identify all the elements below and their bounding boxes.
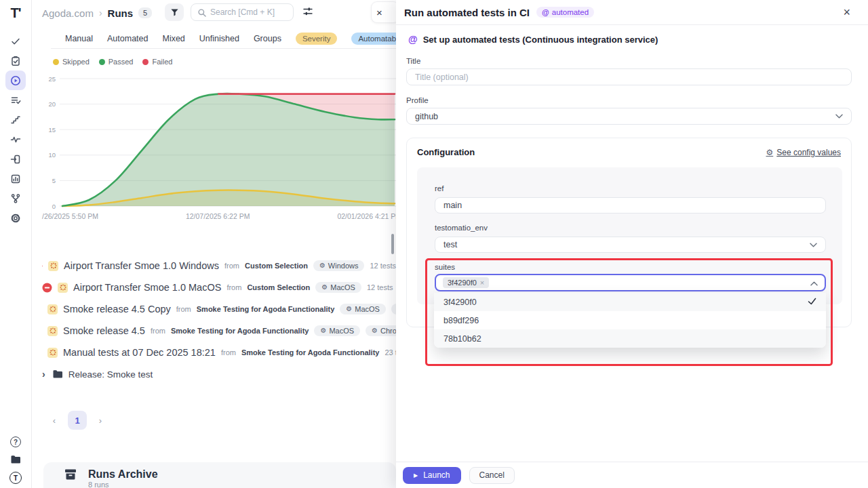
vertical-scrollbar[interactable] <box>391 234 394 254</box>
tab-severity[interactable]: Severity <box>296 33 338 45</box>
launch-button[interactable]: ▶ Launch <box>403 467 461 484</box>
chevron-right-icon[interactable]: › <box>42 369 45 380</box>
runs-archive-bar[interactable]: Runs Archive 8 runs <box>43 462 396 488</box>
run-title[interactable]: Smoke release 4.5 Copy <box>63 304 171 314</box>
clipboard-check-icon <box>10 56 21 66</box>
suite-tag: 3f4290f0× <box>443 277 489 288</box>
remove-tag-icon[interactable]: × <box>480 279 484 287</box>
run-group-row[interactable]: › Release: Smoke test <box>42 363 396 385</box>
sidebar-item-check[interactable] <box>5 31 26 51</box>
run-row[interactable]: Smoke release 4.5 Copy from Smoke Testin… <box>42 298 396 320</box>
title-input[interactable] <box>406 68 852 85</box>
play-circle-icon <box>10 75 21 86</box>
see-config-values-link[interactable]: ⚙See config values <box>766 148 842 157</box>
run-tests-count: 12 tests <box>367 283 393 291</box>
sidebar-item-steps[interactable] <box>5 110 26 129</box>
tab-automated[interactable]: Automated <box>107 34 148 43</box>
breadcrumb-page[interactable]: Runs <box>108 7 134 19</box>
sidebar-item-activity[interactable] <box>5 129 26 149</box>
dropdown-option-selected[interactable]: 3f4290f0 <box>434 293 826 311</box>
tab-unfinished[interactable]: Unfinished <box>199 34 239 43</box>
tab-manual[interactable]: Manual <box>65 34 93 43</box>
sidebar-item-branches[interactable] <box>5 188 26 208</box>
dropdown-option[interactable]: 78b10b62 <box>434 329 826 348</box>
projects-folder-icon[interactable] <box>10 455 21 464</box>
sidebar-nav <box>0 31 31 228</box>
analytics-icon <box>10 174 21 184</box>
legend-skipped: Skipped <box>53 58 90 66</box>
list-check-icon <box>10 95 21 106</box>
gear-icon: ⚙ <box>766 148 774 157</box>
view-settings-button[interactable] <box>302 6 315 18</box>
run-from-label: from <box>176 305 191 313</box>
page-1-button[interactable]: 1 <box>68 411 87 430</box>
run-ci-modal: Run automated tests in CI @automated × @… <box>396 0 868 488</box>
skipped-dot-icon <box>53 59 59 65</box>
at-icon: @ <box>542 8 549 16</box>
run-row[interactable]: Airport Transfer Smoe 1.0 Windows from C… <box>42 255 396 277</box>
run-source: Smoke Testing for Agoda Functionality <box>197 305 335 313</box>
chart-x-axis: /26/2025 5:50 PM 12/07/2025 6:22 PM 02/0… <box>42 212 401 220</box>
steps-icon <box>10 115 21 125</box>
chevron-down-icon <box>810 243 817 247</box>
search-input[interactable] <box>210 7 285 17</box>
run-title[interactable]: Smoke release 4.5 <box>63 325 145 336</box>
sidebar-item-runs[interactable] <box>5 70 26 90</box>
automated-run-icon <box>58 283 68 293</box>
ytick-20: 20 <box>48 100 56 108</box>
legend-passed: Passed <box>99 58 134 66</box>
suites-field-label: suites <box>435 263 455 271</box>
page-close-button[interactable]: × <box>372 2 399 22</box>
sidebar-item-import[interactable] <box>5 149 26 169</box>
gear-icon: ⚙ <box>320 327 326 334</box>
run-row[interactable]: Smoke release 4.5 from Smoke Testing for… <box>42 320 396 342</box>
modal-close-icon[interactable]: × <box>843 6 850 18</box>
run-row[interactable]: Manual tests at 07 Dec 2025 18:21 from S… <box>42 342 396 363</box>
at-icon: @ <box>408 34 418 45</box>
filter-button[interactable] <box>165 3 184 21</box>
modal-header: Run automated tests in CI @automated × <box>396 0 868 25</box>
prev-page-button[interactable]: ‹ <box>45 411 64 430</box>
gear-icon <box>10 213 21 224</box>
env-badge: ⚙Chrome <box>391 304 396 314</box>
run-title[interactable]: Airport Transfer Smoe 1.0 Windows <box>64 260 219 271</box>
env-badge: ⚙MacOS <box>340 304 386 314</box>
run-from-label: from <box>224 262 239 270</box>
sliders-icon <box>302 6 313 17</box>
runs-list: Airport Transfer Smoe 1.0 Windows from C… <box>42 255 396 385</box>
breadcrumb: Agoda.com › Runs 5 <box>42 5 152 20</box>
run-from-label: from <box>221 348 236 357</box>
run-source: Smoke Testing for Agoda Functionality <box>171 327 309 335</box>
sidebar-item-test-plans[interactable] <box>5 51 26 70</box>
tab-mixed[interactable]: Mixed <box>162 34 184 43</box>
sidebar: T' <box>0 0 32 488</box>
run-title[interactable]: Manual tests at 07 Dec 2025 18:21 <box>63 347 216 358</box>
sidebar-item-test-cases[interactable] <box>5 90 26 110</box>
breadcrumb-project[interactable]: Agoda.com <box>42 7 94 19</box>
help-icon[interactable]: ? <box>10 436 21 447</box>
failed-dot-icon <box>142 59 149 65</box>
suites-multiselect[interactable]: 3f4290f0× <box>435 274 826 291</box>
chevron-up-icon <box>810 281 818 286</box>
breadcrumb-separator: › <box>99 7 102 18</box>
search-box[interactable] <box>191 3 294 21</box>
chart-legend: Skipped Passed Failed <box>53 58 172 66</box>
ref-input[interactable] <box>435 197 826 214</box>
tab-groups[interactable]: Groups <box>254 34 281 43</box>
run-row[interactable]: Airport Transfer Smoe 1.0 MacOS from Cus… <box>42 277 396 298</box>
run-tests-count: 23 tests <box>384 348 396 357</box>
run-title[interactable]: Airport Transfer Smoe 1.0 MacOS <box>73 282 221 293</box>
dropdown-option[interactable]: b89df296 <box>434 311 826 329</box>
cancel-button[interactable]: Cancel <box>469 467 515 484</box>
next-page-button[interactable]: › <box>91 411 110 430</box>
env-select[interactable]: test <box>435 237 826 253</box>
profile-select[interactable]: github <box>406 108 852 125</box>
check-icon <box>10 36 21 47</box>
sidebar-item-analytics[interactable] <box>5 169 26 188</box>
group-label[interactable]: Release: Smoke test <box>68 369 153 380</box>
sidebar-item-settings[interactable] <box>5 208 26 228</box>
close-icon: × <box>376 7 382 18</box>
profile-avatar[interactable]: T <box>9 472 22 484</box>
play-icon: ▶ <box>414 472 418 479</box>
gear-icon: ⚙ <box>319 262 326 269</box>
